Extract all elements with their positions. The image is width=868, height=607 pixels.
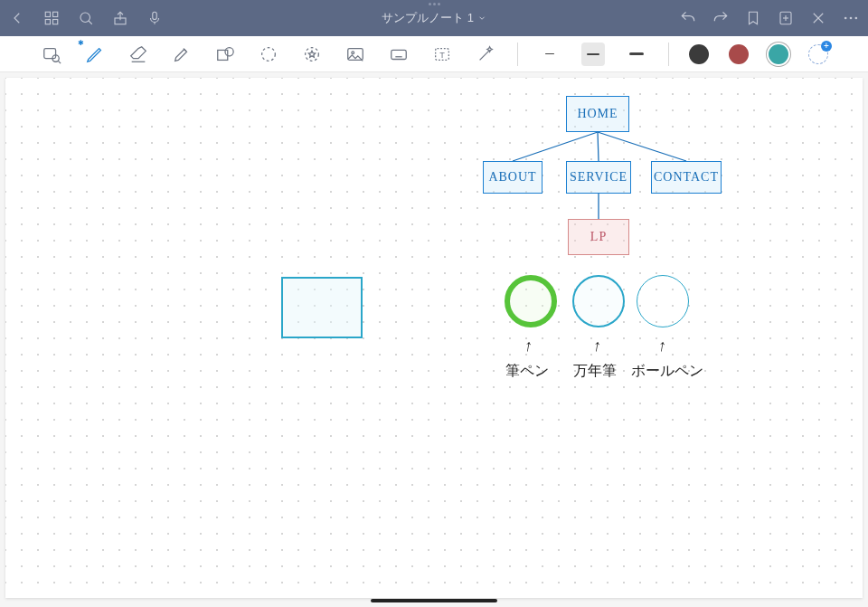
image-tool[interactable] — [344, 43, 367, 66]
thickness-thick[interactable] — [625, 43, 648, 66]
share-icon[interactable] — [110, 8, 130, 28]
sitemap-connectors — [5, 78, 863, 598]
svg-point-22 — [225, 47, 233, 55]
color-teal[interactable] — [769, 44, 788, 64]
svg-rect-3 — [53, 20, 58, 24]
home-indicator — [371, 599, 497, 602]
zoom-tool[interactable] — [40, 43, 63, 66]
undo-icon[interactable] — [678, 8, 698, 28]
color-red[interactable] — [729, 44, 749, 64]
add-page-icon[interactable] — [776, 8, 796, 28]
svg-point-14 — [844, 17, 847, 20]
highlighter-tool[interactable] — [170, 43, 193, 66]
circle-brush — [505, 275, 557, 327]
svg-line-36 — [598, 132, 686, 161]
title-bar: サンプルノート 1 — [0, 0, 868, 36]
svg-line-35 — [598, 132, 599, 161]
text-tool[interactable]: T — [430, 43, 454, 66]
svg-line-19 — [58, 61, 61, 63]
lasso-tool[interactable] — [257, 43, 280, 66]
microphone-icon[interactable] — [145, 8, 165, 28]
svg-rect-17 — [44, 48, 56, 58]
svg-rect-7 — [153, 12, 157, 19]
page[interactable]: HOME ABOUT SERVICE CONTACT LP ↑ ↑ ↑ 筆ペン … — [5, 78, 863, 598]
close-icon[interactable] — [808, 8, 828, 28]
bookmark-icon[interactable] — [743, 8, 763, 28]
svg-rect-0 — [45, 12, 50, 16]
svg-text:T: T — [439, 50, 445, 59]
circle-fountain — [572, 275, 625, 327]
arrow-icon: ↑ — [523, 336, 534, 356]
grid-icon[interactable] — [42, 8, 61, 28]
color-black[interactable] — [689, 44, 709, 64]
eraser-tool[interactable] — [127, 43, 150, 66]
grab-handle — [422, 3, 446, 6]
sitemap-home: HOME — [566, 96, 629, 132]
stamp-tool[interactable] — [300, 43, 324, 66]
svg-rect-27 — [392, 50, 407, 59]
label-fountain: 万年筆 — [573, 362, 617, 381]
svg-line-5 — [89, 21, 92, 24]
svg-point-4 — [80, 13, 90, 23]
svg-point-23 — [262, 47, 276, 61]
drawn-rectangle — [281, 277, 363, 338]
sitemap-contact: CONTACT — [651, 161, 722, 194]
thickness-thin[interactable] — [538, 43, 561, 66]
sitemap-about: ABOUT — [483, 161, 542, 194]
bluetooth-icon: ✱ — [78, 39, 84, 47]
pen-tool[interactable]: ✱ — [83, 43, 107, 66]
wand-tool[interactable] — [474, 43, 497, 66]
more-icon[interactable] — [841, 8, 861, 28]
add-color-button[interactable] — [808, 44, 828, 64]
svg-point-15 — [850, 17, 853, 20]
label-ballpoint: ボールペン — [631, 362, 703, 381]
keyboard-tool[interactable] — [387, 43, 410, 66]
document-title[interactable]: サンプルノート 1 — [382, 10, 486, 26]
canvas-area: HOME ABOUT SERVICE CONTACT LP ↑ ↑ ↑ 筆ペン … — [0, 72, 868, 607]
svg-point-26 — [352, 51, 354, 53]
svg-point-16 — [855, 17, 858, 20]
svg-line-34 — [513, 132, 598, 161]
svg-rect-2 — [45, 20, 50, 24]
redo-icon[interactable] — [711, 8, 731, 28]
sitemap-service: SERVICE — [566, 161, 631, 194]
toolbar: ✱ T — [0, 36, 868, 72]
sitemap-lp: LP — [568, 219, 629, 255]
search-icon[interactable] — [76, 8, 96, 28]
thickness-medium[interactable] — [581, 43, 605, 66]
back-icon[interactable] — [7, 8, 27, 28]
arrow-icon: ↑ — [591, 336, 603, 356]
document-title-text: サンプルノート 1 — [382, 10, 474, 26]
toolbar-divider — [668, 43, 669, 66]
circle-ballpoint — [637, 275, 689, 327]
toolbar-divider — [517, 43, 518, 66]
svg-rect-1 — [53, 12, 58, 16]
arrow-icon: ↑ — [656, 336, 668, 356]
label-brush: 筆ペン — [505, 362, 549, 381]
shape-tool[interactable] — [213, 43, 237, 66]
